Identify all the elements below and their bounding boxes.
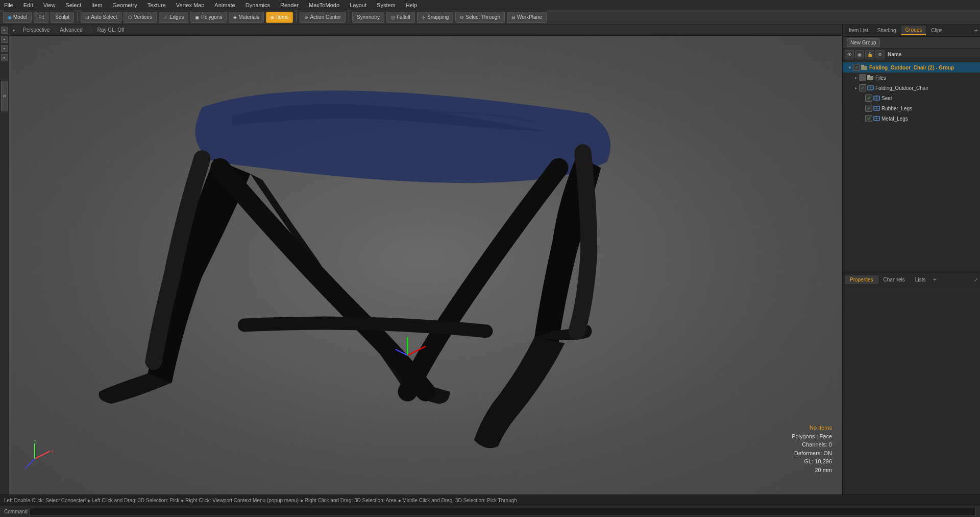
tab-item-list[interactable]: Item List (845, 26, 872, 35)
left-sidebar-btn-3[interactable]: ▸ (1, 45, 8, 52)
action-center-button[interactable]: ⊕ Action Center (300, 12, 346, 23)
menu-select[interactable]: Select (63, 2, 83, 8)
left-sidebar-btn-2[interactable]: ▸ (1, 36, 8, 43)
svg-rect-10 (861, 66, 867, 70)
tree-label-files: Files (875, 75, 980, 81)
check-2[interactable]: ✓ (859, 84, 866, 91)
command-bar: Command (0, 506, 980, 517)
menu-view[interactable]: View (41, 2, 58, 8)
tree-item-mesh-chair[interactable]: ▸ ✓ Folding_Outdoor_Chair (843, 83, 980, 93)
falloff-button[interactable]: ◎ Falloff (386, 12, 415, 23)
expand-icon-5[interactable] (859, 115, 865, 122)
mode-fit-button[interactable]: Fit (34, 12, 48, 23)
expand-icon-2[interactable]: ▸ (853, 85, 859, 91)
scene-tree[interactable]: ▼ ✓ Folding_Outdoor_Chair (2) - Group ▸ … (843, 60, 980, 272)
polygons-button[interactable]: ▣ Polygons (190, 12, 227, 23)
scene-tb-render[interactable]: ◉ (855, 50, 864, 59)
tree-item-rubber-legs[interactable]: ✓ Rubber_Legs (843, 103, 980, 113)
workplane-button[interactable]: ⊟ WorkPlane (507, 12, 547, 23)
expand-icon-0[interactable]: ▼ (847, 64, 853, 70)
bottom-tab-properties[interactable]: Properties (845, 275, 878, 284)
check-1[interactable] (859, 74, 866, 81)
workplane-label: WorkPlane (517, 14, 542, 20)
bottom-panel-tabs: Properties Channels Lists + ⤢ (843, 272, 980, 287)
size-text: 20 mm (792, 466, 832, 475)
tab-shading[interactable]: Shading (873, 26, 900, 35)
edges-button[interactable]: ⟋ Edges (159, 12, 188, 23)
check-3[interactable]: ✓ (865, 95, 872, 102)
falloff-icon: ◎ (391, 15, 395, 20)
scene-tb-settings[interactable]: ⚙ (875, 50, 885, 59)
svg-text:Z: Z (24, 465, 27, 469)
mesh-icon-4 (873, 106, 880, 111)
menu-bar: File Edit View Select Item Geometry Text… (0, 0, 980, 10)
check-5[interactable]: ✓ (865, 115, 872, 122)
tab-groups[interactable]: Groups (901, 26, 926, 35)
expand-icon[interactable]: ▸ (13, 28, 16, 33)
left-sidebar-btn-4[interactable]: ▸ (1, 54, 8, 61)
polygons-text: Polygons : Face (792, 432, 832, 441)
command-input[interactable] (30, 508, 976, 516)
viewport-canvas[interactable]: No Items Polygons : Face Channels: 0 Def… (9, 25, 842, 495)
panel-tabs: Item List Shading Groups Clips + (843, 25, 980, 37)
menu-file[interactable]: File (2, 2, 15, 8)
symmetry-label: Symmetry (357, 14, 380, 20)
tree-item-group-root[interactable]: ▼ ✓ Folding_Outdoor_Chair (2) - Group (843, 62, 980, 73)
symmetry-button[interactable]: Symmetry (352, 12, 384, 23)
snapping-button[interactable]: ⊹ Snapping (417, 12, 453, 23)
right-panel: Item List Shading Groups Clips + New Gro… (842, 25, 980, 495)
bottom-tab-add[interactable]: + (933, 276, 936, 284)
model-label: Model (13, 14, 27, 20)
auto-select-button[interactable]: ⊡ Auto Select (81, 12, 121, 23)
tree-label-metal-legs: Metal_Legs (881, 116, 980, 122)
status-text: Left Double Click: Select Connected ● Le… (4, 498, 976, 503)
tab-add-button[interactable]: + (974, 27, 978, 34)
expand-icon-1[interactable]: ▸ (853, 75, 859, 81)
expand-icon-3[interactable] (859, 95, 865, 101)
bottom-tab-lists[interactable]: Lists (910, 275, 931, 284)
bottom-expand-button[interactable]: ⤢ (974, 277, 978, 283)
left-sidebar-btn-1[interactable]: ▸ (1, 27, 8, 34)
tree-label-mesh-chair: Folding_Outdoor_Chair (875, 85, 980, 91)
check-0[interactable]: ✓ (853, 64, 860, 71)
mode-model-button[interactable]: ◉ Model (3, 12, 32, 23)
main-toolbar: ◉ Model Fit Sculpt ⊡ Auto Select ⬡ Verti… (0, 10, 980, 25)
perspective-button[interactable]: Perspective (20, 26, 53, 34)
ray-gl-button[interactable]: Ray GL: Off (94, 26, 128, 34)
menu-render[interactable]: Render (278, 2, 301, 8)
scene-tb-lock[interactable]: 🔒 (865, 50, 874, 59)
svg-line-4 (35, 451, 50, 459)
menu-vertex-map[interactable]: Vertex Map (174, 2, 207, 8)
materials-button[interactable]: ◈ Materials (229, 12, 264, 23)
menu-animate[interactable]: Animate (212, 2, 237, 8)
check-4[interactable]: ✓ (865, 105, 872, 112)
svg-text:Y: Y (34, 439, 37, 443)
expand-icon-4[interactable] (859, 105, 865, 111)
menu-texture[interactable]: Texture (145, 2, 168, 8)
bottom-tab-channels[interactable]: Channels (878, 275, 910, 284)
menu-help[interactable]: Help (404, 2, 420, 8)
items-button[interactable]: ⊞ Items (266, 12, 293, 23)
viewport[interactable]: ▸ Perspective Advanced Ray GL: Off ⌂ ↺ 🔍… (9, 25, 842, 495)
menu-geometry[interactable]: Geometry (110, 2, 139, 8)
menu-item[interactable]: Item (89, 2, 104, 8)
tab-clips[interactable]: Clips (927, 26, 946, 35)
mode-sculpt-button[interactable]: Sculpt (51, 12, 74, 23)
menu-edit[interactable]: Edit (21, 2, 35, 8)
main-content: ▸ ▸ ▸ ▸ S ▸ Perspective Advanced Ray GL:… (0, 25, 980, 495)
menu-layout[interactable]: Layout (348, 2, 369, 8)
menu-maxtomodo[interactable]: MaxToModo (307, 2, 341, 8)
advanced-button[interactable]: Advanced (57, 26, 85, 34)
tree-item-metal-legs[interactable]: ✓ Metal_Legs (843, 113, 980, 124)
left-sidebar-btn-5[interactable]: S (1, 81, 8, 111)
mesh-icon-5 (873, 116, 880, 121)
tree-item-seat[interactable]: ✓ Seat (843, 93, 980, 103)
mesh-icon-2 (867, 85, 874, 90)
vertices-button[interactable]: ⬡ Vertices (124, 12, 157, 23)
select-through-button[interactable]: ⊙ Select Through (455, 12, 505, 23)
new-group-button[interactable]: New Group (847, 38, 880, 47)
scene-tb-eye[interactable]: 👁 (845, 50, 854, 59)
menu-dynamics[interactable]: Dynamics (243, 2, 272, 8)
menu-system[interactable]: System (375, 2, 398, 8)
tree-item-files[interactable]: ▸ Files (843, 73, 980, 83)
